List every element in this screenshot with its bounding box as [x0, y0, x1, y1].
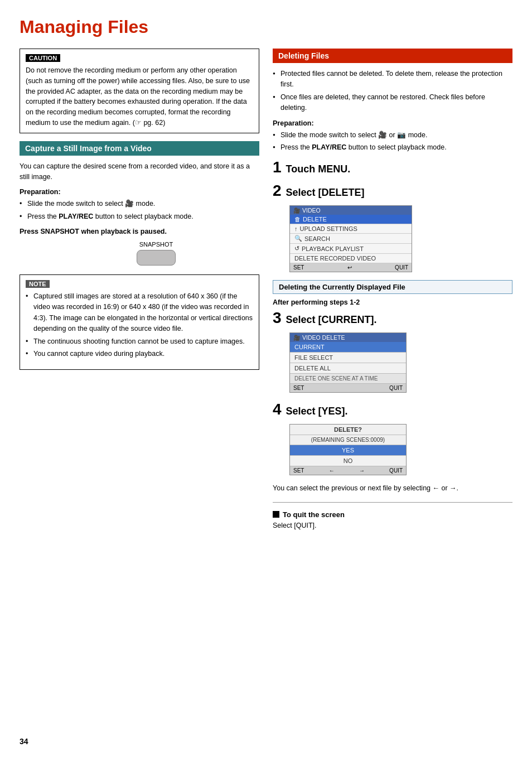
menu1-footer: SET ↩ QUIT [290, 263, 412, 272]
step2-line: 2 Select [DELETE] [273, 182, 512, 200]
to-quit-box: To quit the screen Select [QUIT]. [273, 510, 512, 531]
capture-preparation-label: Preparation: [20, 188, 259, 196]
period: . [457, 484, 458, 492]
or-text: or [442, 484, 450, 492]
menu3-remaining: (REMAINING SCENES:0009) [290, 435, 406, 445]
menu1-footer-set: SET [293, 264, 304, 271]
deleting-files-header: Deleting Files [273, 49, 512, 63]
menu1-footer-back: ↩ [347, 264, 352, 271]
page-number: 34 [20, 737, 28, 746]
playlist-icon: ↺ [294, 245, 299, 252]
caution-box: CAUTION Do not remove the recording medi… [20, 49, 259, 133]
menu3-footer-set: SET [293, 467, 304, 474]
menu3-mockup: DELETE? (REMAINING SCENES:0009) YES NO S… [289, 424, 407, 475]
menu3-footer-left-arrow: ← [329, 467, 335, 474]
page-title: Managing Files [20, 17, 512, 37]
camera-icon [293, 207, 300, 214]
snapshot-instruction: Press SNAPSHOT when playback is paused. [20, 228, 259, 235]
menu3-footer-right-arrow: → [359, 467, 365, 474]
snapshot-label: SNAPSHOT [139, 241, 173, 248]
deleting-prep-list: Slide the mode switch to select 🎥 or 📷 m… [273, 130, 512, 153]
menu3-footer: SET ← → QUIT [290, 466, 406, 475]
right-column: Deleting Files Protected files cannot be… [273, 49, 512, 537]
step4-line: 4 Select [YES]. [273, 401, 512, 418]
menu2-mockup: VIDEO DELETE CURRENT FILE SELECT DELETE … [289, 332, 407, 393]
divider [273, 502, 512, 503]
capture-prep-list: Slide the mode switch to select 🎥 mode. … [20, 199, 259, 222]
deleting-files-bullets: Protected files cannot be deleted. To de… [273, 69, 512, 114]
step2-number: 2 [273, 182, 282, 200]
menu1-footer-quit: QUIT [395, 264, 408, 271]
menu1-item-playlist: ↺ PLAYBACK PLAYLIST [290, 244, 412, 254]
step3-number: 3 [273, 309, 282, 327]
to-quit-text: Select [QUIT]. [273, 520, 512, 531]
menu3-delete-query: DELETE? [290, 425, 406, 435]
menu3-no: NO [290, 456, 406, 466]
caution-label: CAUTION [26, 54, 60, 62]
menu1-title: VIDEO [290, 206, 412, 215]
menu2-footer-set: SET [293, 385, 304, 391]
deleting-bullet-1: Protected files cannot be deleted. To de… [273, 69, 512, 90]
menu2-footer-note: DELETE ONE SCENE AT A TIME [290, 374, 406, 384]
menu2-file-select: FILE SELECT [290, 353, 406, 363]
capture-section-header: Capture a Still Image from a Video [20, 141, 259, 156]
menu2-current: CURRENT [290, 342, 406, 353]
capture-prep-item-2: Press the PLAY/REC button to select play… [20, 211, 259, 222]
to-quit-title: To quit the screen [273, 510, 512, 519]
note-label: NOTE [26, 280, 50, 288]
capture-prep-item-1: Slide the mode switch to select 🎥 mode. [20, 199, 259, 209]
step3-line: 3 Select [CURRENT]. [273, 309, 512, 327]
camera-icon-2 [293, 334, 300, 341]
note-box: NOTE Captured still images are stored at… [20, 274, 259, 370]
step3-text: Select [CURRENT]. [286, 314, 377, 326]
note-item-1: Captured still images are stored at a re… [26, 291, 253, 335]
deleting-current-header: Deleting the Currently Displayed File [273, 280, 512, 294]
black-square-icon [273, 511, 279, 518]
arrow-right-symbol: → [449, 484, 457, 492]
menu1-item-delete-recorded: DELETE RECORDED VIDEO [290, 254, 412, 263]
snapshot-button-image [137, 250, 176, 266]
deleting-prep-label: Preparation: [273, 119, 512, 127]
search-icon-small: 🔍 [294, 235, 302, 242]
trash-icon: 🗑 [294, 216, 301, 223]
deleting-prep-2: Press the PLAY/REC button to select play… [273, 142, 512, 153]
note-item-3: You cannot capture video during playback… [26, 349, 253, 359]
menu3-footer-quit: QUIT [389, 467, 403, 474]
menu1-item-search: 🔍 SEARCH [290, 234, 412, 244]
menu1-mockup: VIDEO 🗑 DELETE ↑ UPLOAD SETTINGS 🔍 SEARC… [289, 205, 412, 272]
step1-line: 1 Touch MENU. [273, 158, 512, 176]
step1-text: Touch MENU. [286, 163, 351, 175]
note-item-2: The continuous shooting function cannot … [26, 336, 253, 347]
arrow-left-symbol: ← [433, 484, 440, 492]
after-steps-label: After performing steps 1-2 [273, 298, 512, 306]
note-list: Captured still images are stored at a re… [26, 291, 253, 359]
step1-number: 1 [273, 158, 282, 176]
menu1-item-delete: 🗑 DELETE [290, 215, 412, 224]
caution-text: Do not remove the recording medium or pe… [26, 65, 253, 128]
menu3-yes: YES [290, 445, 406, 456]
menu2-footer: SET QUIT [290, 384, 406, 392]
snapshot-container: SNAPSHOT [53, 241, 259, 266]
left-column: CAUTION Do not remove the recording medi… [20, 49, 259, 537]
capture-body-text: You can capture the desired scene from a… [20, 161, 259, 183]
menu2-delete-all: DELETE ALL [290, 363, 406, 374]
step4-number: 4 [273, 401, 282, 418]
deleting-prep-1: Slide the mode switch to select 🎥 or 📷 m… [273, 130, 512, 141]
upload-icon: ↑ [294, 225, 298, 232]
step4-text: Select [YES]. [286, 406, 348, 417]
select-prev-next-text: You can select the previous or next file… [273, 483, 512, 494]
menu2-footer-quit: QUIT [389, 385, 403, 391]
menu2-title: VIDEO DELETE [290, 333, 406, 342]
menu1-item-upload: ↑ UPLOAD SETTINGS [290, 224, 412, 234]
step2-text: Select [DELETE] [286, 187, 365, 199]
deleting-bullet-2: Once files are deleted, they cannot be r… [273, 92, 512, 114]
